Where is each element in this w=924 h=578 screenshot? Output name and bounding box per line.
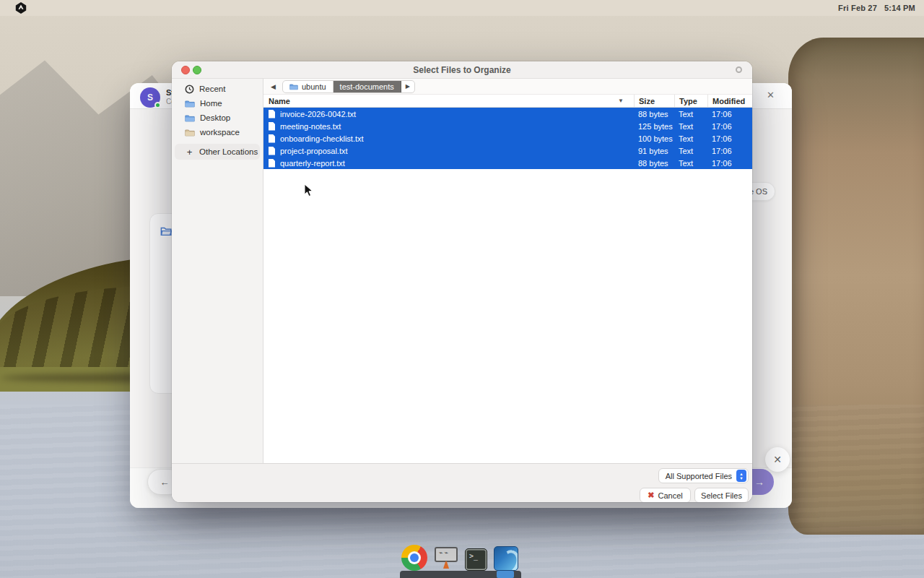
select-files-label: Select Files: [701, 491, 742, 500]
cancel-label: Cancel: [658, 491, 682, 500]
file-name: quarterly-report.txt: [280, 159, 345, 168]
active-app-indicator: [497, 571, 514, 578]
desktop-folder-icon: [185, 114, 195, 122]
path-back-icon[interactable]: ◀: [271, 83, 276, 90]
dialog-titlebar: Select Files to Organize: [172, 61, 752, 79]
sidebar-item-label: Other Locations: [199, 147, 258, 156]
desktop: Fri Feb 275:14 PM S St Co ✕ e OS ← ✕ →: [0, 0, 924, 578]
breadcrumb-ubuntu[interactable]: ubuntu: [283, 81, 334, 92]
clock-time: 5:14 PM: [884, 4, 915, 12]
file-modified: 17:06: [707, 159, 752, 168]
file-browser-pane: ◀ ubuntu test-documents ▶: [263, 79, 752, 463]
column-header-modified[interactable]: Modified: [707, 95, 752, 107]
avatar-letter: S: [147, 92, 153, 103]
sidebar-item-desktop[interactable]: Desktop: [172, 111, 263, 125]
file-manager-icon[interactable]: [494, 546, 518, 571]
screen-share-app-icon[interactable]: [434, 545, 458, 571]
file-modified: 17:06: [707, 110, 752, 118]
home-folder-icon: [185, 100, 195, 108]
table-header: Name ▼ Size Type Modified: [263, 95, 752, 108]
sidebar-item-home[interactable]: Home: [172, 96, 263, 111]
file-row-selected[interactable]: onboarding-checklist.txt 100 bytes Text …: [263, 132, 752, 144]
sidebar-item-workspace[interactable]: workspace: [172, 125, 263, 139]
avatar: S: [140, 87, 160, 108]
gear-icon[interactable]: [736, 66, 742, 73]
plus-icon: +: [185, 147, 194, 158]
text-file-icon: [269, 159, 275, 168]
file-size: 88 bytes: [634, 159, 674, 168]
file-modified: 17:06: [707, 122, 752, 131]
dialog-footer: All Supported Files ▲ ▼ ✖ Cancel Select …: [172, 463, 752, 502]
file-list: invoice-2026-0042.txt 88 bytes Text 17:0…: [263, 108, 752, 169]
sidebar-item-label: Recent: [199, 85, 225, 93]
file-modified: 17:06: [707, 134, 752, 143]
places-sidebar: Recent Home Desktop: [172, 79, 263, 463]
text-file-icon: [269, 147, 275, 155]
filter-value: All Supported Files: [666, 472, 732, 480]
text-file-icon: [269, 110, 275, 118]
file-type-filter-dropdown[interactable]: All Supported Files ▲ ▼: [658, 468, 749, 483]
file-size: 91 bytes: [634, 147, 674, 155]
red-x-icon: ✖: [648, 491, 654, 500]
sort-descending-icon[interactable]: ▼: [618, 98, 634, 104]
distro-logo-icon[interactable]: [14, 1, 27, 14]
folder-icon: [289, 83, 298, 90]
file-name: onboarding-checklist.txt: [280, 134, 364, 143]
column-header-type[interactable]: Type: [674, 95, 707, 107]
file-type: Text: [674, 134, 707, 143]
clock-date: Fri Feb 27: [838, 4, 877, 12]
text-file-icon: [269, 134, 275, 143]
file-row-selected[interactable]: invoice-2026-0042.txt 88 bytes Text 17:0…: [263, 108, 752, 120]
breadcrumb-label: test-documents: [340, 82, 394, 91]
file-row-selected[interactable]: meeting-notes.txt 125 bytes Text 17:06: [263, 120, 752, 132]
file-type: Text: [674, 159, 707, 168]
select-files-button[interactable]: Select Files: [694, 488, 749, 502]
cancel-button[interactable]: ✖ Cancel: [640, 488, 691, 502]
floating-close-button[interactable]: ✕: [765, 447, 790, 472]
column-header-size[interactable]: Size: [634, 95, 674, 107]
dropdown-stepper-icon: ▲ ▼: [736, 470, 746, 482]
terminal-prompt-glyph: >_: [469, 552, 478, 560]
sidebar-item-other-locations[interactable]: + Other Locations: [175, 144, 260, 160]
file-name: meeting-notes.txt: [280, 122, 341, 131]
online-status-dot: [154, 102, 161, 108]
sidebar-item-label: workspace: [200, 128, 240, 137]
file-chooser-dialog: Select Files to Organize Recent Home: [172, 61, 752, 502]
file-type: Text: [674, 122, 707, 131]
close-icon[interactable]: ✕: [767, 90, 775, 100]
file-type: Text: [674, 110, 707, 118]
clock[interactable]: Fri Feb 275:14 PM: [831, 4, 915, 12]
dock: >_: [0, 542, 924, 578]
file-size: 88 bytes: [634, 110, 674, 118]
file-type: Text: [674, 147, 707, 155]
folder-icon: [185, 129, 195, 137]
top-menu-bar: Fri Feb 275:14 PM: [0, 0, 924, 16]
file-size: 125 bytes: [634, 122, 674, 131]
terminal-icon[interactable]: >_: [465, 548, 487, 571]
sidebar-item-label: Desktop: [200, 113, 230, 122]
breadcrumb-test-documents[interactable]: test-documents: [334, 81, 401, 92]
sidebar-item-label: Home: [200, 99, 222, 108]
path-bar: ◀ ubuntu test-documents ▶: [263, 79, 752, 95]
path-forward-icon[interactable]: ▶: [401, 81, 414, 92]
column-header-name[interactable]: Name: [263, 97, 618, 105]
dialog-title: Select Files to Organize: [172, 65, 752, 75]
chevron-down-icon: ▼: [739, 476, 743, 480]
file-modified: 17:06: [707, 147, 752, 155]
breadcrumb: ubuntu test-documents ▶: [282, 80, 415, 93]
recent-icon: [185, 85, 194, 94]
file-name: project-proposal.txt: [280, 147, 348, 155]
file-name: invoice-2026-0042.txt: [280, 110, 356, 118]
breadcrumb-label: ubuntu: [302, 82, 326, 91]
chrome-icon[interactable]: [401, 545, 427, 571]
taskbar-edge[interactable]: [400, 571, 521, 578]
screen-stand: [443, 561, 449, 569]
screen-panel: [435, 547, 458, 562]
file-row-selected[interactable]: project-proposal.txt 91 bytes Text 17:06: [263, 144, 752, 157]
text-file-icon: [269, 122, 275, 131]
mouse-cursor: [304, 184, 314, 198]
sidebar-item-recent[interactable]: Recent: [172, 82, 263, 96]
file-size: 100 bytes: [634, 134, 674, 143]
file-row-selected[interactable]: quarterly-report.txt 88 bytes Text 17:06: [263, 157, 752, 169]
